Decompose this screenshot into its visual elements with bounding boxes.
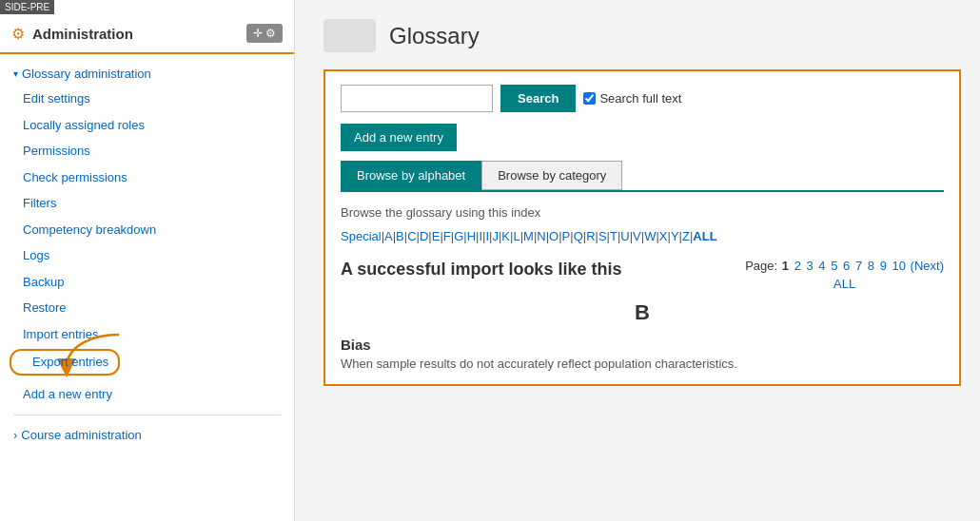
alpha-M[interactable]: M [523,229,534,243]
search-input[interactable] [341,85,493,112]
tab-browse-category[interactable]: Browse by category [481,161,622,190]
collapse-arrow-icon: ▾ [13,68,18,79]
page-2[interactable]: 2 [794,259,801,273]
alpha-C[interactable]: C [407,229,416,243]
alpha-O[interactable]: O [549,229,559,243]
entry-section: A successful import looks like this Page… [341,259,944,291]
page-header: Glossary [323,19,961,52]
admin-header: ⚙ Administration ✛ ⚙ [0,14,294,54]
sidebar-item-import-entries[interactable]: Import entries [0,321,294,348]
sidebar-item-edit-settings[interactable]: Edit settings [0,86,294,112]
sidebar-item-check-permissions[interactable]: Check permissions [0,164,294,191]
page-icon [323,19,376,52]
browse-text: Browse the glossary using this index [341,205,944,220]
alpha-V[interactable]: V [633,229,641,243]
search-full-text-checkbox[interactable] [583,92,596,105]
alpha-A[interactable]: A [384,229,393,243]
sidebar-item-backup[interactable]: Backup [0,269,294,296]
page-1[interactable]: 1 [782,259,789,273]
alpha-W[interactable]: W [644,229,656,243]
side-pre-badge: SIDE-PRE [0,0,54,14]
letter-heading: B [341,300,944,325]
nav-divider [13,415,281,415]
sidebar: SIDE-PRE ⚙ Administration ✛ ⚙ ▾ Glossary… [0,0,295,521]
admin-title: Administration [32,26,239,42]
alpha-all[interactable]: ALL [693,229,716,243]
add-entry-button[interactable]: Add a new entry [341,124,457,151]
alpha-U[interactable]: U [620,229,629,243]
entry-title: A successful import looks like this [341,259,726,280]
page-all[interactable]: ALL [745,277,944,291]
sidebar-item-filters[interactable]: Filters [0,190,294,217]
glossary-box: Search Search full text Add a new entry … [323,69,961,386]
alpha-K[interactable]: K [501,229,510,243]
alpha-N[interactable]: N [537,229,545,243]
alpha-H[interactable]: H [467,229,476,243]
search-button[interactable]: Search [500,85,576,112]
alpha-B[interactable]: B [396,229,404,243]
page-4[interactable]: 4 [818,259,825,273]
tab-row: Browse by alphabet Browse by category [341,161,944,192]
page-label: Page: [745,259,777,273]
glossary-entry: Bias When sample results do not accurate… [341,337,944,371]
course-admin-section[interactable]: › Course administration [0,423,294,447]
alpha-G[interactable]: G [454,229,463,243]
main-content: Glossary Search Search full text Add a n… [295,0,980,521]
glossary-admin-label: Glossary administration [22,67,151,81]
page-7[interactable]: 7 [855,259,862,273]
pagination-line: Page: 1 2 3 4 5 6 7 8 9 10 (Next) [745,259,944,273]
alpha-P[interactable]: P [562,229,571,243]
alpha-E[interactable]: E [432,229,441,243]
course-admin-label: Course administration [21,428,141,442]
sidebar-item-restore[interactable]: Restore [0,295,294,321]
page-title: Glossary [389,23,480,49]
sidebar-item-permissions[interactable]: Permissions [0,138,294,164]
alpha-Y[interactable]: Y [671,229,679,243]
page-10[interactable]: 10 [892,259,906,273]
alpha-D[interactable]: D [420,229,428,243]
alpha-X[interactable]: X [659,229,668,243]
alphabet-row: Special | A | B | C | D | E | F | G | H … [341,229,944,243]
search-full-text-label[interactable]: Search full text [583,91,681,106]
alpha-R[interactable]: R [586,229,595,243]
page-9[interactable]: 9 [880,259,887,273]
alpha-F[interactable]: F [443,229,451,243]
glossary-term: Bias [341,337,944,353]
alpha-L[interactable]: L [513,229,519,243]
glossary-admin-section[interactable]: ▾ Glossary administration [0,62,294,86]
alpha-Q[interactable]: Q [574,229,583,243]
search-row: Search Search full text [341,85,944,112]
alpha-Z[interactable]: Z [682,229,690,243]
alpha-S[interactable]: S [598,229,607,243]
pagination: Page: 1 2 3 4 5 6 7 8 9 10 (Next) ALL [745,259,944,291]
page-next[interactable]: (Next) [911,259,944,273]
page-8[interactable]: 8 [868,259,874,273]
sidebar-item-logs[interactable]: Logs [0,242,294,269]
page-5[interactable]: 5 [831,259,837,273]
admin-actions-button[interactable]: ✛ ⚙ [246,24,283,43]
alpha-T[interactable]: T [610,229,617,243]
gear-icon: ⚙ [11,25,25,43]
expand-arrow-icon: › [13,428,17,442]
page-3[interactable]: 3 [807,259,813,273]
alpha-special[interactable]: Special [341,229,382,243]
sidebar-item-locally-assigned-roles[interactable]: Locally assigned roles [0,112,294,139]
sidebar-item-export-entries[interactable]: Export entries [10,349,120,376]
sidebar-nav: ▾ Glossary administration Edit settings … [0,54,294,454]
glossary-definition: When sample results do not accurately re… [341,357,944,371]
tab-browse-alphabet[interactable]: Browse by alphabet [341,161,481,190]
page-6[interactable]: 6 [843,259,850,273]
sidebar-item-competency-breakdown[interactable]: Competency breakdown [0,217,294,243]
entry-content: A successful import looks like this [341,259,726,291]
sidebar-item-add-new-entry[interactable]: Add a new entry [0,381,294,408]
